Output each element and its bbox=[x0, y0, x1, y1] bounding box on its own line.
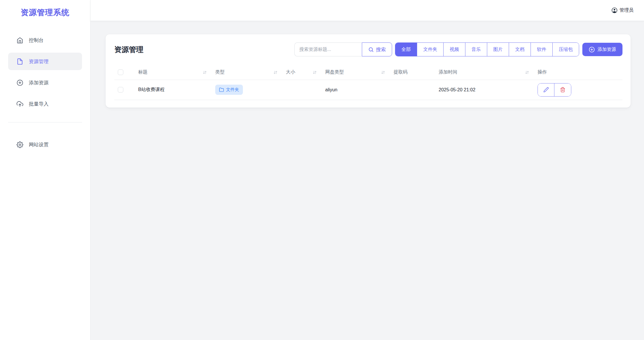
add-resource-button[interactable]: 添加资源 bbox=[582, 43, 622, 56]
row-checkbox[interactable] bbox=[118, 87, 123, 92]
page-title: 资源管理 bbox=[114, 45, 143, 54]
sort-icon[interactable] bbox=[381, 70, 385, 75]
cloud-upload-icon bbox=[17, 101, 23, 107]
search-button-label: 搜索 bbox=[376, 46, 386, 53]
user-icon bbox=[611, 7, 618, 13]
cell-added-time: 2025-05-20 21:02 bbox=[435, 80, 534, 100]
search-icon bbox=[368, 47, 374, 52]
search-input[interactable] bbox=[294, 42, 362, 56]
sort-icon[interactable] bbox=[202, 70, 207, 75]
sidebar-item-label: 资源管理 bbox=[29, 58, 49, 65]
sort-icon[interactable] bbox=[525, 70, 529, 75]
filter-tab-document[interactable]: 文档 bbox=[509, 43, 531, 56]
sidebar: 资源管理系统 控制台 资源管理 添加资源 批量导入 bbox=[0, 0, 90, 340]
app-title: 资源管理系统 bbox=[21, 7, 70, 18]
app-logo: 资源管理系统 bbox=[0, 0, 90, 25]
col-header-code: 提取码 bbox=[394, 69, 408, 75]
table-header-row: 标题 类型 大小 网盘类型 bbox=[114, 65, 622, 80]
sort-icon[interactable] bbox=[312, 70, 317, 75]
content-column: 管理员 资源管理 搜索 全部 文件夹 视频 bbox=[90, 0, 644, 340]
delete-button[interactable] bbox=[554, 83, 571, 96]
type-filter-group: 全部 文件夹 视频 音乐 图片 文档 软件 压缩包 bbox=[395, 42, 579, 56]
plus-circle-icon bbox=[17, 79, 23, 86]
col-header-actions: 操作 bbox=[538, 69, 547, 75]
col-header-added-time: 添加时间 bbox=[439, 69, 457, 75]
plus-circle-icon bbox=[589, 47, 595, 53]
filter-tab-video[interactable]: 视频 bbox=[444, 43, 465, 56]
sidebar-item-label: 批量导入 bbox=[29, 101, 49, 107]
sidebar-item-resources[interactable]: 资源管理 bbox=[8, 53, 82, 70]
gear-icon bbox=[17, 141, 23, 148]
trash-icon bbox=[560, 87, 565, 92]
cell-size bbox=[282, 80, 322, 100]
search-group: 搜索 bbox=[294, 42, 392, 56]
sidebar-nav: 控制台 资源管理 添加资源 批量导入 bbox=[0, 25, 90, 116]
sidebar-item-add-resource[interactable]: 添加资源 bbox=[8, 74, 82, 91]
sidebar-item-label: 控制台 bbox=[29, 37, 44, 44]
pencil-icon bbox=[543, 87, 549, 92]
table-row: B站收费课程 文件夹 aliyun 2025-05 bbox=[114, 80, 622, 100]
cell-title: B站收费课程 bbox=[135, 80, 212, 100]
sidebar-footer-nav: 网站设置 bbox=[0, 129, 90, 157]
row-action-group bbox=[538, 83, 571, 97]
folder-icon bbox=[219, 87, 224, 92]
sidebar-item-dashboard[interactable]: 控制台 bbox=[8, 31, 82, 49]
type-badge-label: 文件夹 bbox=[226, 87, 239, 92]
filter-tab-image[interactable]: 图片 bbox=[487, 43, 509, 56]
document-icon bbox=[17, 58, 23, 65]
filter-tab-music[interactable]: 音乐 bbox=[465, 43, 487, 56]
card-header: 资源管理 搜索 全部 文件夹 视频 音乐 图片 文 bbox=[114, 42, 622, 56]
add-resource-label: 添加资源 bbox=[597, 47, 616, 53]
sidebar-item-site-settings[interactable]: 网站设置 bbox=[8, 136, 82, 153]
type-badge: 文件夹 bbox=[215, 85, 243, 95]
filter-tab-folder[interactable]: 文件夹 bbox=[417, 43, 444, 56]
cell-disk-type: aliyun bbox=[322, 80, 390, 100]
user-menu[interactable]: 管理员 bbox=[611, 7, 634, 13]
sidebar-item-label: 添加资源 bbox=[29, 79, 49, 86]
filter-tab-archive[interactable]: 压缩包 bbox=[553, 43, 579, 56]
col-header-type: 类型 bbox=[215, 69, 225, 75]
search-button[interactable]: 搜索 bbox=[362, 42, 392, 56]
select-all-checkbox[interactable] bbox=[118, 70, 123, 75]
col-header-disk-type: 网盘类型 bbox=[325, 69, 344, 75]
col-header-size: 大小 bbox=[286, 69, 295, 75]
cell-code bbox=[390, 80, 435, 100]
resource-card: 资源管理 搜索 全部 文件夹 视频 音乐 图片 文 bbox=[106, 34, 631, 108]
sidebar-item-label: 网站设置 bbox=[29, 141, 49, 148]
user-label: 管理员 bbox=[620, 7, 634, 13]
home-icon bbox=[17, 37, 23, 44]
filter-tab-software[interactable]: 软件 bbox=[531, 43, 553, 56]
topbar: 管理员 bbox=[90, 0, 644, 21]
filter-tab-all[interactable]: 全部 bbox=[395, 43, 417, 56]
main-area: 资源管理 搜索 全部 文件夹 视频 音乐 图片 文 bbox=[90, 21, 644, 340]
col-header-title: 标题 bbox=[138, 69, 147, 75]
sidebar-item-batch-import[interactable]: 批量导入 bbox=[8, 95, 82, 113]
sort-icon[interactable] bbox=[273, 70, 278, 75]
edit-button[interactable] bbox=[538, 83, 554, 96]
sidebar-divider bbox=[8, 122, 82, 122]
resource-table: 标题 类型 大小 网盘类型 bbox=[114, 65, 622, 100]
